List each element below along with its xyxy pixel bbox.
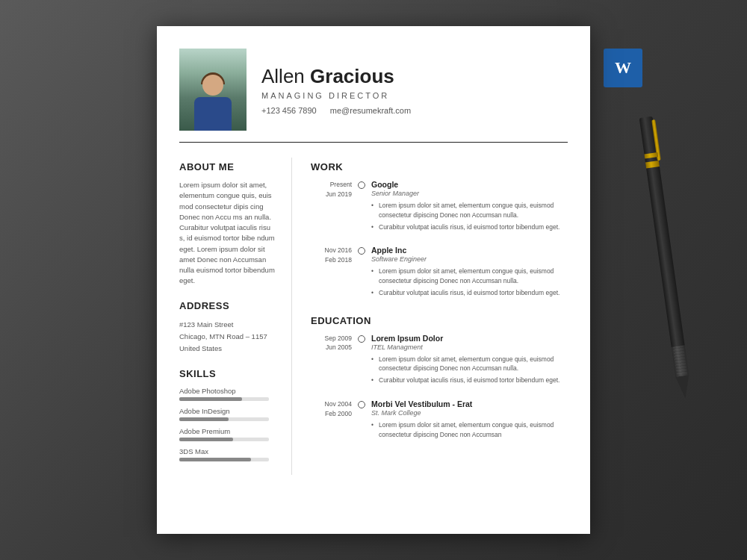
resume-body: ABOUT ME Lorem ipsum dolor sit amet, ele… [157,143,590,490]
address-line3: United States [179,343,276,355]
date-to: Feb 2000 [311,409,352,419]
address-line2: Chicago, MTN Road – 1157 [179,331,276,343]
work-section: WORK Present Jun 2019 Google Senior Mana… [311,161,575,300]
skill-bar-fill [179,417,229,421]
resume-document: Allen Gracious MANAGING DIRECTOR +123 45… [157,26,590,534]
skill-bar-bg [179,417,269,421]
skill-item: Adobe Photoshop [179,387,276,401]
bullet-item: Curabitur volutpat iaculis risus, id eui… [371,223,575,232]
email-address: me@resumekraft.com [330,106,411,115]
skill-bar-fill [179,397,242,401]
timeline-item: Nov 2004 Feb 2000 Morbi Vel Vestibulum -… [311,399,575,442]
skill-name: Adobe Photoshop [179,387,276,395]
pen-tip [675,375,692,399]
dot-circle [358,401,365,408]
bullet-item: Lorem ipsum dolor sit amet, elementum co… [371,355,575,374]
timeline-content: Apple Inc Software Engineer Lorem ipsum … [371,246,575,299]
date-to: Jun 2005 [311,343,352,352]
resume-wrapper: Allen Gracious MANAGING DIRECTOR +123 45… [157,26,590,534]
pen-cap [639,116,659,163]
timeline-item: Nov 2016 Feb 2018 Apple Inc Software Eng… [311,246,575,299]
skill-bar-bg [179,397,269,401]
skills-list: Adobe Photoshop Adobe InDesign Adobe Pre… [179,387,276,461]
timeline-item: Sep 2009 Jun 2005 Lorem Ipsum Dolor ITEL… [311,334,575,388]
address-line1: #123 Main Street [179,319,276,331]
photo-face [202,75,223,96]
timeline-dates: Sep 2009 Jun 2005 [311,334,352,353]
job-bullets: Lorem ipsum dolor sit amet, elementum co… [371,355,575,385]
bullet-item: Curabitur volutpat iaculis risus, id eui… [371,288,575,298]
about-text: Lorem ipsum dolor sit amet, elementum co… [179,180,276,287]
education-section: EDUCATION Sep 2009 Jun 2005 Lorem Ipsum … [311,315,575,442]
work-list: Present Jun 2019 Google Senior Manager L… [311,180,575,300]
timeline-content: Lorem Ipsum Dolor ITEL Managment Lorem i… [371,334,575,388]
profile-photo [179,49,247,131]
bullet-item: Curabitur volutpat iaculis risus, id eui… [371,376,575,385]
skill-name: 3DS Max [179,447,276,455]
contact-info: +123 456 7890 me@resumekraft.com [261,106,568,115]
education-title: EDUCATION [311,315,575,326]
timeline-item: Present Jun 2019 Google Senior Manager L… [311,180,575,234]
phone-number: +123 456 7890 [261,106,317,115]
skill-item: Adobe InDesign [179,407,276,421]
job-role: Software Engineer [371,255,575,263]
bullet-item: Lorem ipsum dolor sit amet, elementum co… [371,267,575,286]
bullet-item: Lorem ipsum dolor sit amet, elementum co… [371,420,575,440]
timeline-content: Google Senior Manager Lorem ipsum dolor … [371,180,575,234]
about-title: ABOUT ME [179,161,276,172]
skills-section: SKILLS Adobe Photoshop Adobe InDesign Ad… [179,368,276,461]
word-icon: W [604,49,642,87]
address-title: ADDRESS [179,300,276,311]
skill-name: Adobe Premium [179,427,276,435]
job-bullets: Lorem ipsum dolor sit amet, elementum co… [371,267,575,297]
skill-item: Adobe Premium [179,427,276,441]
dot-circle [358,181,365,189]
work-title: WORK [311,161,575,172]
date-from: Sep 2009 [311,334,352,343]
timeline-dates: Nov 2016 Feb 2018 [311,246,352,265]
skill-bar-fill [179,438,233,441]
first-name: Allen [261,65,305,87]
resume-header: Allen Gracious MANAGING DIRECTOR +123 45… [157,26,590,142]
company-name: Apple Inc [371,246,575,255]
date-to: Jun 2019 [311,190,352,199]
last-name: Gracious [310,65,394,87]
company-name: Lorem Ipsum Dolor [371,334,575,343]
photo-body [194,97,232,131]
education-list: Sep 2009 Jun 2005 Lorem Ipsum Dolor ITEL… [311,334,575,442]
skill-bar-bg [179,438,269,441]
dot-circle [358,335,365,343]
pen-grip [672,346,689,377]
left-column: ABOUT ME Lorem ipsum dolor sit amet, ele… [157,158,291,475]
company-name: Morbi Vel Vestibulum - Erat [371,399,575,408]
timeline-content: Morbi Vel Vestibulum - Erat St. Mark Col… [371,399,575,442]
about-section: ABOUT ME Lorem ipsum dolor sit amet, ele… [179,161,276,287]
header-info: Allen Gracious MANAGING DIRECTOR +123 45… [261,65,568,115]
timeline-dot [358,246,365,255]
right-column: WORK Present Jun 2019 Google Senior Mana… [291,158,590,475]
word-letter: W [615,58,631,78]
pen-body [645,161,685,347]
timeline-dates: Present Jun 2019 [311,180,352,199]
dot-circle [358,247,365,255]
job-role: St. Mark College [371,409,575,417]
date-to: Feb 2018 [311,255,352,265]
job-role: ITEL Managment [371,343,575,351]
job-bullets: Lorem ipsum dolor sit amet, elementum co… [371,420,575,440]
skill-bar-bg [179,458,269,461]
skill-item: 3DS Max [179,447,276,461]
date-from: Present [311,180,352,190]
skill-bar-fill [179,458,251,461]
date-from: Nov 2004 [311,399,352,409]
full-name: Allen Gracious [261,65,568,88]
timeline-dot [358,180,365,189]
bullet-item: Lorem ipsum dolor sit amet, elementum co… [371,201,575,220]
job-bullets: Lorem ipsum dolor sit amet, elementum co… [371,201,575,231]
address-text: #123 Main Street Chicago, MTN Road – 115… [179,319,276,355]
skills-title: SKILLS [179,368,276,379]
pen-body-band [645,161,660,168]
address-section: ADDRESS #123 Main Street Chicago, MTN Ro… [179,300,276,355]
company-name: Google [371,180,575,189]
timeline-dates: Nov 2004 Feb 2000 [311,399,352,419]
job-title: MANAGING DIRECTOR [261,91,568,100]
